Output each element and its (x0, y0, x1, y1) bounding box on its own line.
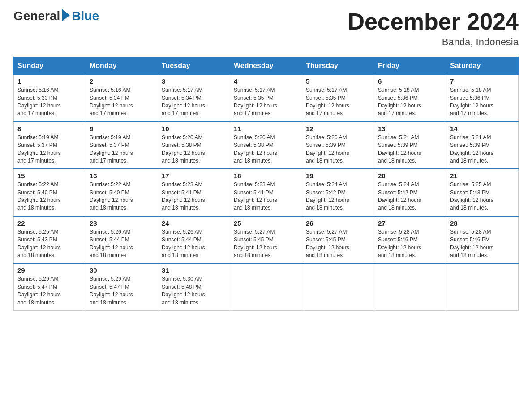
day-info: Sunrise: 5:20 AM Sunset: 5:38 PM Dayligh… (234, 134, 298, 165)
day-cell: 8 Sunrise: 5:19 AM Sunset: 5:37 PM Dayli… (14, 122, 86, 169)
day-cell: 27 Sunrise: 5:28 AM Sunset: 5:46 PM Dayl… (374, 216, 446, 264)
day-info: Sunrise: 5:16 AM Sunset: 5:33 PM Dayligh… (17, 86, 82, 118)
week-row-5: 29 Sunrise: 5:29 AM Sunset: 5:47 PM Dayl… (14, 263, 519, 310)
day-cell: 14 Sunrise: 5:21 AM Sunset: 5:39 PM Dayl… (446, 122, 519, 169)
day-number: 26 (306, 219, 370, 227)
header-cell-friday: Friday (374, 57, 446, 75)
day-cell: 17 Sunrise: 5:23 AM Sunset: 5:41 PM Dayl… (158, 169, 230, 216)
day-info: Sunrise: 5:27 AM Sunset: 5:45 PM Dayligh… (234, 228, 298, 260)
day-number: 21 (450, 172, 515, 180)
title-area: December 2024 Banda, Indonesia (348, 9, 519, 48)
day-number: 24 (162, 219, 226, 227)
logo: General Blue (13, 9, 99, 23)
day-cell: 23 Sunrise: 5:26 AM Sunset: 5:44 PM Dayl… (86, 216, 158, 264)
day-number: 30 (90, 266, 154, 274)
day-info: Sunrise: 5:26 AM Sunset: 5:44 PM Dayligh… (162, 228, 226, 260)
day-number: 22 (17, 219, 82, 227)
day-cell: 19 Sunrise: 5:24 AM Sunset: 5:42 PM Dayl… (302, 169, 374, 216)
day-info: Sunrise: 5:27 AM Sunset: 5:45 PM Dayligh… (306, 228, 370, 260)
day-cell: 10 Sunrise: 5:20 AM Sunset: 5:38 PM Dayl… (158, 122, 230, 169)
logo-blue-text: Blue (72, 9, 99, 23)
logo-general-text: General (13, 9, 60, 23)
day-number: 15 (17, 172, 82, 180)
day-number: 11 (234, 125, 298, 133)
day-cell: 28 Sunrise: 5:28 AM Sunset: 5:46 PM Dayl… (446, 216, 519, 264)
day-number: 9 (90, 125, 154, 133)
day-info: Sunrise: 5:22 AM Sunset: 5:40 PM Dayligh… (17, 181, 82, 212)
week-row-1: 1 Sunrise: 5:16 AM Sunset: 5:33 PM Dayli… (14, 75, 519, 122)
day-info: Sunrise: 5:18 AM Sunset: 5:36 PM Dayligh… (450, 86, 515, 118)
day-number: 2 (90, 77, 154, 85)
page-header: General Blue December 2024 Banda, Indone… (13, 9, 519, 48)
day-number: 28 (450, 219, 515, 227)
day-number: 17 (162, 172, 226, 180)
day-cell: 16 Sunrise: 5:22 AM Sunset: 5:40 PM Dayl… (86, 169, 158, 216)
week-row-4: 22 Sunrise: 5:25 AM Sunset: 5:43 PM Dayl… (14, 216, 519, 264)
day-number: 3 (162, 77, 226, 85)
day-number: 18 (234, 172, 298, 180)
day-number: 14 (450, 125, 515, 133)
day-cell: 25 Sunrise: 5:27 AM Sunset: 5:45 PM Dayl… (230, 216, 302, 264)
day-info: Sunrise: 5:21 AM Sunset: 5:39 PM Dayligh… (450, 134, 515, 165)
day-cell: 29 Sunrise: 5:29 AM Sunset: 5:47 PM Dayl… (14, 263, 86, 310)
location-text: Banda, Indonesia (348, 36, 519, 48)
header-cell-thursday: Thursday (302, 57, 374, 75)
day-cell: 26 Sunrise: 5:27 AM Sunset: 5:45 PM Dayl… (302, 216, 374, 264)
day-number: 19 (306, 172, 370, 180)
calendar-header: SundayMondayTuesdayWednesdayThursdayFrid… (14, 57, 519, 75)
month-title: December 2024 (348, 9, 519, 34)
day-info: Sunrise: 5:21 AM Sunset: 5:39 PM Dayligh… (378, 134, 442, 165)
day-cell: 9 Sunrise: 5:19 AM Sunset: 5:37 PM Dayli… (86, 122, 158, 169)
day-info: Sunrise: 5:20 AM Sunset: 5:38 PM Dayligh… (162, 134, 226, 165)
day-info: Sunrise: 5:23 AM Sunset: 5:41 PM Dayligh… (162, 181, 226, 212)
day-number: 7 (450, 77, 515, 85)
day-number: 20 (378, 172, 442, 180)
day-info: Sunrise: 5:17 AM Sunset: 5:34 PM Dayligh… (162, 86, 226, 118)
day-cell: 12 Sunrise: 5:20 AM Sunset: 5:39 PM Dayl… (302, 122, 374, 169)
header-cell-monday: Monday (86, 57, 158, 75)
day-cell: 4 Sunrise: 5:17 AM Sunset: 5:35 PM Dayli… (230, 75, 302, 122)
day-number: 13 (378, 125, 442, 133)
calendar-table: SundayMondayTuesdayWednesdayThursdayFrid… (13, 57, 519, 311)
calendar-body: 1 Sunrise: 5:16 AM Sunset: 5:33 PM Dayli… (14, 75, 519, 311)
logo-top: General Blue (13, 9, 99, 23)
day-info: Sunrise: 5:20 AM Sunset: 5:39 PM Dayligh… (306, 134, 370, 165)
day-number: 29 (17, 266, 82, 274)
day-number: 31 (162, 266, 226, 274)
header-cell-wednesday: Wednesday (230, 57, 302, 75)
header-cell-sunday: Sunday (14, 57, 86, 75)
day-number: 5 (306, 77, 370, 85)
day-cell: 21 Sunrise: 5:25 AM Sunset: 5:43 PM Dayl… (446, 169, 519, 216)
day-cell (446, 263, 519, 310)
day-cell: 3 Sunrise: 5:17 AM Sunset: 5:34 PM Dayli… (158, 75, 230, 122)
day-cell: 7 Sunrise: 5:18 AM Sunset: 5:36 PM Dayli… (446, 75, 519, 122)
day-info: Sunrise: 5:19 AM Sunset: 5:37 PM Dayligh… (90, 134, 154, 165)
day-info: Sunrise: 5:17 AM Sunset: 5:35 PM Dayligh… (306, 86, 370, 118)
day-info: Sunrise: 5:24 AM Sunset: 5:42 PM Dayligh… (378, 181, 442, 212)
day-number: 16 (90, 172, 154, 180)
day-info: Sunrise: 5:24 AM Sunset: 5:42 PM Dayligh… (306, 181, 370, 212)
day-number: 1 (17, 77, 82, 85)
day-info: Sunrise: 5:18 AM Sunset: 5:36 PM Dayligh… (378, 86, 442, 118)
day-cell: 6 Sunrise: 5:18 AM Sunset: 5:36 PM Dayli… (374, 75, 446, 122)
day-info: Sunrise: 5:16 AM Sunset: 5:34 PM Dayligh… (90, 86, 154, 118)
day-cell (302, 263, 374, 310)
day-number: 6 (378, 77, 442, 85)
day-info: Sunrise: 5:22 AM Sunset: 5:40 PM Dayligh… (90, 181, 154, 212)
day-info: Sunrise: 5:28 AM Sunset: 5:46 PM Dayligh… (450, 228, 515, 260)
day-cell: 5 Sunrise: 5:17 AM Sunset: 5:35 PM Dayli… (302, 75, 374, 122)
day-info: Sunrise: 5:30 AM Sunset: 5:48 PM Dayligh… (162, 275, 226, 307)
day-number: 27 (378, 219, 442, 227)
day-cell (230, 263, 302, 310)
header-cell-saturday: Saturday (446, 57, 519, 75)
day-cell: 18 Sunrise: 5:23 AM Sunset: 5:41 PM Dayl… (230, 169, 302, 216)
week-row-2: 8 Sunrise: 5:19 AM Sunset: 5:37 PM Dayli… (14, 122, 519, 169)
week-row-3: 15 Sunrise: 5:22 AM Sunset: 5:40 PM Dayl… (14, 169, 519, 216)
header-cell-tuesday: Tuesday (158, 57, 230, 75)
day-info: Sunrise: 5:26 AM Sunset: 5:44 PM Dayligh… (90, 228, 154, 260)
day-info: Sunrise: 5:19 AM Sunset: 5:37 PM Dayligh… (17, 134, 82, 165)
day-number: 10 (162, 125, 226, 133)
day-cell: 22 Sunrise: 5:25 AM Sunset: 5:43 PM Dayl… (14, 216, 86, 264)
day-info: Sunrise: 5:23 AM Sunset: 5:41 PM Dayligh… (234, 181, 298, 212)
day-cell: 31 Sunrise: 5:30 AM Sunset: 5:48 PM Dayl… (158, 263, 230, 310)
